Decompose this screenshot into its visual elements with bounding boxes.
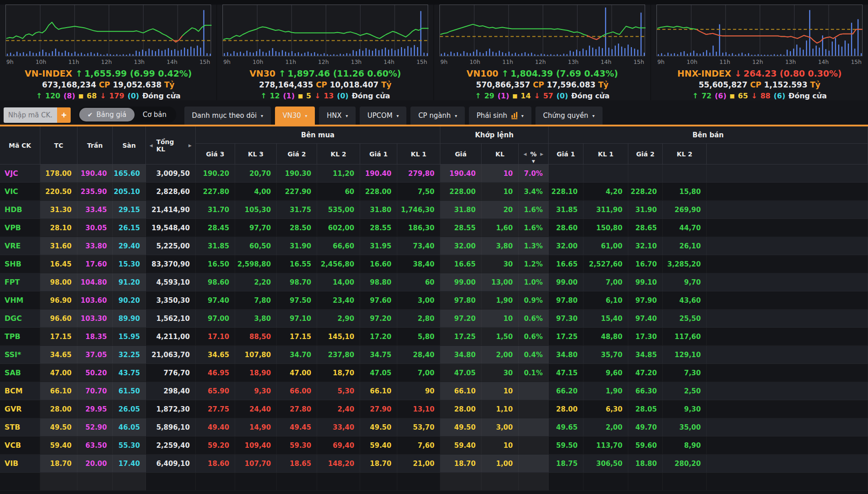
x-axis-tick: 11h xyxy=(285,58,296,65)
tab-label: CP ngành xyxy=(418,111,451,120)
table-row[interactable]: VRE 31.60 33.80 29.40 5,225,00 31.8560,5… xyxy=(0,237,868,255)
index-shares: 55,605,827 xyxy=(699,80,747,89)
matched-vol-cell: 10 xyxy=(482,382,519,400)
tab-hnx[interactable]: HNX ▾ xyxy=(319,107,356,125)
buy-vol1-cell: 186,30 xyxy=(397,219,440,237)
ticker-cell[interactable]: SSI* xyxy=(0,346,40,363)
floor-price-cell: 61.50 xyxy=(113,382,146,400)
buy-vol1-cell: 53,70 xyxy=(397,418,440,436)
table-row[interactable]: VIC 220.50 235.90 205.10 2,828,60 227.80… xyxy=(0,183,868,201)
ref-price-cell: 220.50 xyxy=(40,183,77,200)
ticker-cell[interactable]: VIB xyxy=(0,455,40,472)
ref-price-cell: 16.45 xyxy=(40,255,77,273)
matched-price-cell: 18.70 xyxy=(440,455,482,472)
view-toggle-price-board[interactable]: ✔Bảng giá xyxy=(79,108,135,121)
sell-price2-cell xyxy=(628,473,663,490)
ticker-cell[interactable]: STB xyxy=(0,418,40,436)
table-row[interactable]: SAB 47.00 50.20 43.75 776,70 46.9518,904… xyxy=(0,364,868,382)
table-row[interactable]: STB 49.50 52.90 46.05 5,896,10 49.4014,9… xyxy=(0,418,868,436)
index-chart-svg xyxy=(657,5,863,56)
sell-vol2-cell: 3,285,20 xyxy=(663,255,707,273)
table-row[interactable]: SSI* 34.65 37.05 32.25 21,063,70 34.6510… xyxy=(0,346,868,364)
ticker-cell[interactable]: VPB xyxy=(0,219,40,237)
floor-price-cell: 43.75 xyxy=(113,364,146,382)
trailing-cell xyxy=(707,328,868,345)
table-row[interactable]: BCM 66.10 70.70 61.50 298,40 65.909,3066… xyxy=(0,382,868,400)
col-header-matched-price: Giá xyxy=(440,144,482,165)
index-name: VN-INDEX xyxy=(25,68,72,78)
ticker-cell[interactable]: VIC xyxy=(0,183,40,200)
ceiling-price-cell: 70.70 xyxy=(77,382,113,400)
table-row[interactable]: VIB 18.70 20.00 17.40 6,409,10 18.60107,… xyxy=(0,455,868,473)
col-header-total-volume[interactable]: ◀ Tổng KL ▶ xyxy=(146,126,196,165)
tab-label: VN30 xyxy=(283,111,301,120)
search-input[interactable] xyxy=(4,107,57,123)
buy-price2-cell: 59.30 xyxy=(277,436,317,454)
ticker-cell[interactable]: VCB xyxy=(0,436,40,454)
unchanged-square-icon: ■ xyxy=(512,93,517,99)
scroll-right-icon[interactable]: ▶ xyxy=(540,152,544,156)
sell-vol2-cell: 129,10 xyxy=(663,346,707,363)
group-header-sell: Bên bán xyxy=(549,126,868,144)
sell-price2-cell: 97.90 xyxy=(628,291,663,309)
scroll-left-icon[interactable]: ◀ xyxy=(524,152,527,156)
chart-x-axis-labels: 9h10h11h12h13h14h15h xyxy=(5,56,211,65)
unchanged-square-icon: ■ xyxy=(729,93,734,99)
buy-price2-cell: 97.50 xyxy=(277,291,317,309)
col-header-percent[interactable]: ◀ % ▶ ▼ xyxy=(519,144,549,165)
ticker-cell[interactable]: BCM xyxy=(0,382,40,400)
ticker-cell[interactable] xyxy=(0,473,40,490)
tab-ch-ng-quy-n[interactable]: Chứng quyền ▾ xyxy=(535,107,603,125)
x-axis-tick: 14h xyxy=(601,58,612,65)
floor-price-cell: 205.10 xyxy=(113,183,146,200)
table-row[interactable]: SHB 16.45 17.60 15.30 83,370,90 16.502,5… xyxy=(0,255,868,273)
tab-danh-m-c-theo-d-i[interactable]: Danh mục theo dõi ▾ xyxy=(184,107,271,125)
trailing-cell xyxy=(707,273,868,291)
buy-price1-cell: 28.55 xyxy=(360,219,397,237)
trailing-cell xyxy=(707,310,868,327)
table-row[interactable]: VHM 96.90 103.60 90.20 3,350,30 97.407,8… xyxy=(0,291,868,310)
table-row[interactable]: FPT 98.00 104.80 91.20 4,593,10 98.602,2… xyxy=(0,273,868,291)
ticker-cell[interactable]: VRE xyxy=(0,237,40,255)
ticker-cell[interactable]: TPB xyxy=(0,328,40,345)
ticker-cell[interactable]: SAB xyxy=(0,364,40,382)
table-row[interactable]: DGC 96.60 103.30 89.90 1,562,10 97.003,8… xyxy=(0,310,868,328)
table-row[interactable]: TPB 17.15 18.35 15.95 4,211,00 17.1088,5… xyxy=(0,328,868,346)
tab-ph-i-sinh[interactable]: Phái sinh ▾ xyxy=(469,107,531,125)
add-ticker-button[interactable]: + xyxy=(57,107,71,123)
table-row[interactable]: HDB 31.30 33.45 29.15 21,414,90 31.70105… xyxy=(0,201,868,219)
table-row[interactable]: VPB 28.10 30.05 26.15 19,548,40 28.4597,… xyxy=(0,219,868,237)
price-table-body: VJC 178.00 190.40 165.60 3,009,50 190.20… xyxy=(0,165,868,491)
buy-vol2-cell: 2,456,80 xyxy=(317,255,360,273)
floor-price-cell: 29.15 xyxy=(113,201,146,218)
tab-cp-ng-nh[interactable]: CP ngành ▾ xyxy=(410,107,465,125)
col-header-buy-vol1: KL 1 xyxy=(397,144,440,165)
table-row[interactable]: VCB 59.40 63.50 55.30 2,259,40 59.20109,… xyxy=(0,436,868,455)
trailing-cell xyxy=(707,346,868,363)
index-panel: 9h10h11h12h13h14h15h VN-INDEX↑1,655.99 (… xyxy=(0,5,217,100)
scroll-right-icon[interactable]: ▶ xyxy=(188,143,192,148)
scroll-left-icon[interactable]: ◀ xyxy=(149,143,153,148)
ticker-cell[interactable]: VJC xyxy=(0,165,40,182)
sell-vol2-cell: 43,60 xyxy=(663,291,707,309)
ticker-cell[interactable]: DGC xyxy=(0,310,40,327)
index-shares: 673,168,234 xyxy=(42,80,96,89)
tab-vn30[interactable]: VN30 ▾ xyxy=(275,107,315,125)
sell-price1-cell: 228.10 xyxy=(549,183,583,200)
ticker-cell[interactable]: SHB xyxy=(0,255,40,273)
ticker-cell[interactable]: VHM xyxy=(0,291,40,309)
ticker-cell[interactable]: HDB xyxy=(0,201,40,218)
table-row[interactable]: GVR 28.00 29.95 26.05 1,872,30 27.7524,4… xyxy=(0,400,868,418)
index-turnover-unit: Tỷ xyxy=(381,80,391,89)
index-summary-line: VN100↑1,804.39 (7.69 0.43%) xyxy=(439,68,645,78)
x-axis-tick: 13h xyxy=(351,58,362,65)
ticker-cell[interactable]: GVR xyxy=(0,400,40,418)
ticker-cell[interactable]: FPT xyxy=(0,273,40,291)
advancers-count: 72 xyxy=(701,92,711,100)
tab-upcom[interactable]: UPCOM ▾ xyxy=(360,107,406,125)
ceiling-price-cell: 17.60 xyxy=(77,255,113,273)
table-row[interactable] xyxy=(0,473,868,491)
matched-vol-cell: 1,90 xyxy=(482,291,519,309)
table-row[interactable]: VJC 178.00 190.40 165.60 3,009,50 190.20… xyxy=(0,165,868,183)
view-toggle-basic[interactable]: Cơ bản xyxy=(135,108,175,121)
